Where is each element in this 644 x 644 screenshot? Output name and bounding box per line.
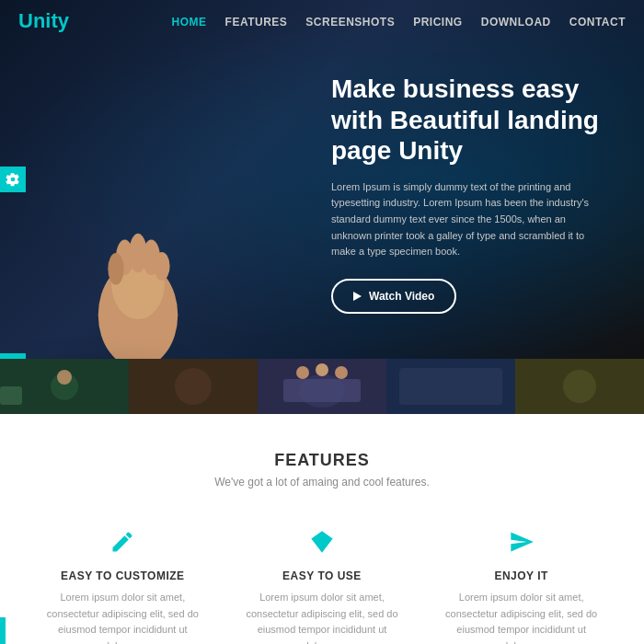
svg-rect-25 xyxy=(283,379,361,402)
svg-point-29 xyxy=(563,370,596,403)
nav-links: HOME FEATURES SCREENSHOTS PRICING DOWNLO… xyxy=(172,13,626,29)
features-teal-bar xyxy=(0,617,6,644)
nav-item-pricing[interactable]: PRICING xyxy=(413,13,463,29)
svg-point-5 xyxy=(154,252,169,281)
watch-video-button[interactable]: Watch Video xyxy=(331,279,456,314)
svg-point-24 xyxy=(335,366,348,379)
feature-easy-to-use: EASY TO USE Lorem ipsum dolor sit amet, … xyxy=(236,516,408,644)
strip-item-1 xyxy=(0,359,129,414)
svg-rect-17 xyxy=(0,386,22,405)
feature-name-2: EASY TO USE xyxy=(246,569,399,582)
svg-point-16 xyxy=(57,370,72,385)
gear-icon xyxy=(6,172,20,187)
feature-easy-to-customize: EASY TO CUSTOMIZE Lorem ipsum dolor sit … xyxy=(37,516,209,644)
hero-description: Lorem Ipsum is simply dummy text of the … xyxy=(331,179,607,260)
watch-video-label: Watch Video xyxy=(369,290,434,303)
features-title: FEATURES xyxy=(37,451,607,470)
feature-name-1: EASY TO CUSTOMIZE xyxy=(46,569,200,582)
features-section: FEATURES We've got a lot of amaing and c… xyxy=(0,414,644,644)
navbar: Unity HOME FEATURES SCREENSHOTS PRICING … xyxy=(0,0,644,42)
svg-point-6 xyxy=(108,253,123,285)
teal-accent-bar xyxy=(0,353,26,359)
strip-item-4 xyxy=(386,359,515,414)
play-icon xyxy=(353,292,362,301)
strip-item-3 xyxy=(258,359,386,414)
paper-plane-icon xyxy=(505,525,538,558)
gear-button[interactable] xyxy=(0,167,26,192)
feature-desc-3: Lorem ipsum dolor sit amet, consectetur … xyxy=(444,590,598,644)
nav-item-home[interactable]: HOME xyxy=(172,13,207,29)
features-grid: EASY TO CUSTOMIZE Lorem ipsum dolor sit … xyxy=(37,516,607,644)
nav-item-screenshots[interactable]: SCREENSHOTS xyxy=(305,13,395,29)
nav-item-features[interactable]: FEATURES xyxy=(225,13,288,29)
hand-illustration xyxy=(74,138,202,359)
feature-desc-1: Lorem ipsum dolor sit amet, consectetur … xyxy=(46,590,200,644)
strip-item-2 xyxy=(129,359,258,414)
feature-enjoy-it: ENJOY IT Lorem ipsum dolor sit amet, con… xyxy=(435,516,607,644)
hero-text-block: Make business easy with Beautiful landin… xyxy=(331,74,607,314)
svg-rect-27 xyxy=(399,368,502,405)
svg-point-22 xyxy=(296,366,309,379)
svg-point-19 xyxy=(175,368,212,405)
pencil-icon xyxy=(106,525,139,558)
diamond-icon xyxy=(305,525,339,558)
feature-name-3: ENJOY IT xyxy=(444,569,598,582)
hero-headline: Make business easy with Beautiful landin… xyxy=(331,74,607,167)
feature-desc-2: Lorem ipsum dolor sit amet, consectetur … xyxy=(246,590,399,644)
svg-point-23 xyxy=(316,363,328,376)
hero-section: CARRIER THANK YOU FOR DOWNLOADING THIS H… xyxy=(0,0,644,359)
features-subtitle: We've got a lot of amaing and cool featu… xyxy=(37,476,607,489)
screenshot-strip xyxy=(0,359,644,414)
nav-item-contact[interactable]: CONTACT xyxy=(569,13,626,29)
logo[interactable]: Unity xyxy=(18,9,69,33)
strip-item-5 xyxy=(515,359,644,414)
nav-item-download[interactable]: DOWNLOAD xyxy=(481,13,551,29)
